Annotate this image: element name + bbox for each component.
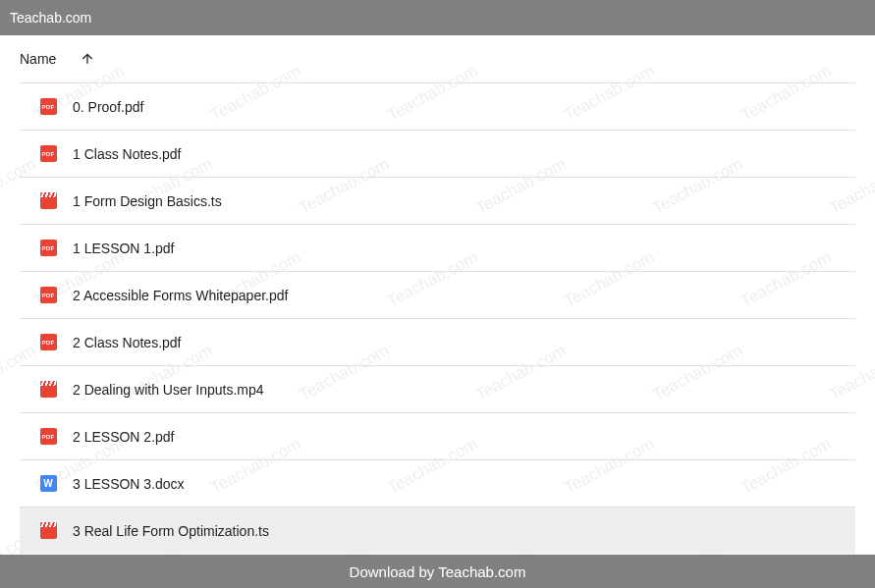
file-name-label: 0. Proof.pdf <box>73 99 143 115</box>
sort-arrow-up-icon <box>80 51 95 67</box>
file-row[interactable]: PDF1 Class Notes.pdf <box>20 130 855 177</box>
file-name-label: 3 Real Life Form Optimization.ts <box>73 523 269 539</box>
file-row[interactable]: 1 Form Design Basics.ts <box>20 177 855 224</box>
file-name-label: 2 LESSON 2.pdf <box>73 429 175 445</box>
file-row[interactable]: PDF0. Proof.pdf <box>20 82 855 130</box>
file-name-label: 3 LESSON 3.docx <box>73 476 185 492</box>
file-row[interactable]: PDF2 Accessible Forms Whitepaper.pdf <box>20 271 855 318</box>
file-name-label: 2 Class Notes.pdf <box>73 335 182 350</box>
file-row[interactable]: 3 Real Life Form Optimization.ts <box>20 507 855 554</box>
file-list: PDF0. Proof.pdfPDF1 Class Notes.pdf1 For… <box>20 82 855 554</box>
file-table: Name PDF0. Proof.pdfPDF1 Class Notes.pdf… <box>0 35 875 554</box>
file-row[interactable]: W3 LESSON 3.docx <box>20 459 855 507</box>
table-header-row: Name <box>20 35 855 82</box>
name-column-header[interactable]: Name <box>20 51 95 67</box>
word-doc-icon: W <box>39 475 57 493</box>
pdf-icon: PDF <box>39 334 57 351</box>
pdf-icon: PDF <box>39 145 57 163</box>
file-row[interactable]: PDF1 LESSON 1.pdf <box>20 224 855 271</box>
pdf-icon: PDF <box>39 98 57 116</box>
video-icon <box>39 192 57 210</box>
file-name-label: 1 LESSON 1.pdf <box>73 241 175 256</box>
footer-bar: Download by Teachab.com <box>0 555 875 588</box>
file-name-label: 2 Dealing with User Inputs.mp4 <box>73 382 264 398</box>
file-row[interactable]: 2 Dealing with User Inputs.mp4 <box>20 365 855 412</box>
header-title: Teachab.com <box>10 10 91 26</box>
pdf-icon: PDF <box>39 287 57 304</box>
file-row[interactable]: PDF2 Class Notes.pdf <box>20 318 855 365</box>
name-header-label: Name <box>20 51 56 67</box>
video-icon <box>39 522 57 540</box>
file-name-label: 2 Accessible Forms Whitepaper.pdf <box>73 288 288 303</box>
video-icon <box>39 381 57 399</box>
file-row[interactable]: PDF2 LESSON 2.pdf <box>20 412 855 459</box>
footer-text: Download by Teachab.com <box>350 563 526 580</box>
pdf-icon: PDF <box>39 428 57 446</box>
pdf-icon: PDF <box>39 240 57 257</box>
file-name-label: 1 Form Design Basics.ts <box>73 193 222 209</box>
header-bar: Teachab.com <box>0 0 875 35</box>
file-name-label: 1 Class Notes.pdf <box>73 146 182 162</box>
